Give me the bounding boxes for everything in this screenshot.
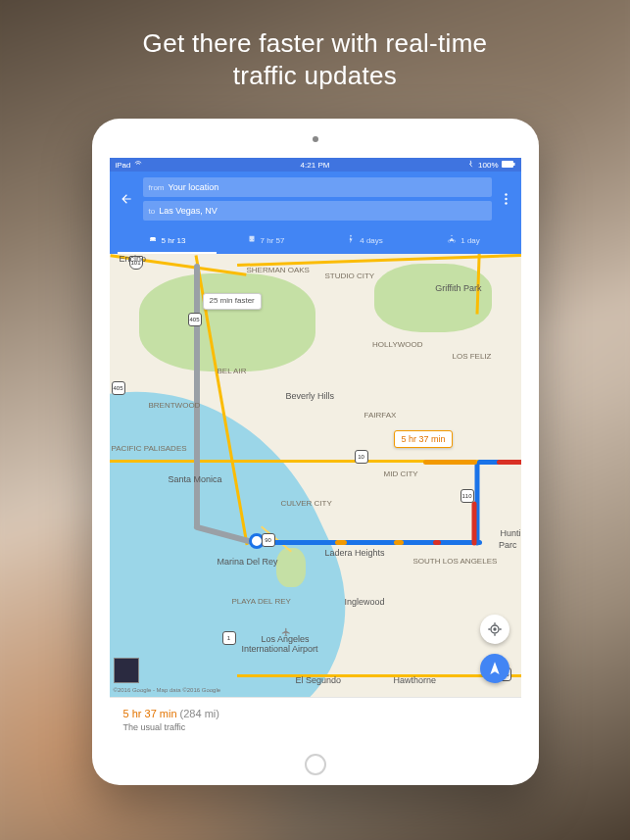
map-attribution: ©2016 Google - Map data ©2016 Google	[114, 687, 221, 693]
label-playa: PLAYA DEL REY	[232, 597, 291, 606]
summary-subtitle: The usual traffic	[123, 722, 508, 732]
tab-walk[interactable]: 4 days	[315, 228, 414, 254]
car-icon	[148, 234, 158, 246]
battery-icon	[467, 160, 475, 170]
label-southla: SOUTH LOS ANGELES	[413, 558, 472, 566]
label-ladera: Ladera Heights	[325, 548, 385, 558]
airport-icon	[281, 623, 291, 641]
back-button[interactable]	[118, 192, 135, 206]
route-main-3b	[423, 460, 477, 465]
from-field[interactable]: from Your location	[143, 177, 492, 197]
route-time-flag[interactable]: 5 hr 37 min	[394, 430, 452, 448]
label-mdr: Marina Del Rey	[218, 558, 257, 567]
headline-line-2: traffic updates	[143, 60, 488, 92]
ipad-frame: iPad 4:21 PM 100%	[92, 119, 539, 785]
bike-icon	[447, 234, 457, 246]
traffic-seg-2	[394, 540, 404, 545]
label-culver: CULVER CITY	[281, 499, 332, 508]
map-canvas[interactable]: 5 hr 37 min 25 min faster 405 405 101 10…	[110, 254, 521, 697]
summary-duration: 5 hr 37 min	[123, 708, 177, 719]
label-losfeliz: LOS FELIZ	[452, 352, 491, 361]
park-area	[139, 273, 315, 371]
traffic-seg-1	[335, 540, 347, 545]
mode-tabs: 5 hr 13 7 hr 57 4 days 1 day	[118, 228, 513, 254]
label-bev: Beverly Hills	[286, 391, 335, 401]
label-belair: BEL AIR	[218, 367, 247, 375]
tab-bike[interactable]: 1 day	[414, 228, 513, 254]
to-value: Las Vegas, NV	[159, 206, 218, 216]
ipad-camera	[313, 136, 318, 142]
svg-point-9	[494, 628, 496, 630]
ipad-home-button[interactable]	[305, 754, 326, 775]
label-palisades: PACIFIC PALISADES	[112, 445, 161, 453]
navigate-button[interactable]	[480, 654, 509, 683]
layers-thumbnail[interactable]	[114, 658, 139, 683]
fwy-105	[237, 674, 521, 677]
label-hunti: Hunti	[500, 528, 520, 538]
label-hollywood: HOLLYWOOD	[372, 340, 422, 349]
shield-405b: 405	[112, 381, 125, 395]
shield-405: 405	[188, 313, 202, 326]
shield-1: 1	[222, 631, 236, 645]
label-elsegundo: El Segundo	[296, 675, 342, 685]
route-alt	[194, 264, 200, 528]
route-summary-card[interactable]: 5 hr 37 min (284 mi) The usual traffic	[110, 697, 521, 746]
svg-rect-0	[502, 161, 513, 168]
label-encino: Encino	[120, 254, 147, 264]
tab-walk-label: 4 days	[360, 236, 383, 245]
label-hawthorne: Hawthorne	[394, 675, 437, 685]
route-alt-flag[interactable]: 25 min faster	[203, 293, 262, 310]
label-culvermid: MID CITY	[384, 469, 418, 478]
shield-90: 90	[262, 533, 275, 547]
to-field[interactable]: to Las Vegas, NV	[143, 201, 492, 221]
label-lax2: International Airport	[242, 644, 318, 654]
battery-bar-icon	[502, 161, 515, 170]
to-prefix: to	[149, 207, 156, 216]
walk-icon	[346, 234, 356, 246]
statusbar-battery: 100%	[478, 161, 498, 170]
traffic-seg-4	[497, 460, 521, 465]
route-main-1	[257, 540, 482, 545]
svg-point-5	[350, 235, 352, 237]
from-value: Your location	[169, 182, 219, 192]
headline-line-1: Get there faster with real-time	[143, 27, 488, 60]
tab-bike-label: 1 day	[460, 236, 480, 245]
statusbar-time: 4:21 PM	[301, 161, 330, 170]
tab-transit-label: 7 hr 57	[261, 236, 285, 245]
park-small	[276, 548, 306, 587]
label-shermanoaks: SHERMAN OAKS	[247, 266, 310, 274]
locate-button[interactable]	[480, 615, 509, 644]
label-brylawn: FAIRFAX	[364, 411, 397, 420]
from-prefix: from	[149, 183, 165, 192]
traffic-seg-3	[433, 540, 441, 545]
wifi-icon	[134, 160, 142, 170]
traffic-seg-5	[471, 502, 476, 546]
label-inglewood: Inglewood	[345, 597, 385, 607]
screen: iPad 4:21 PM 100%	[110, 158, 521, 746]
transit-icon	[247, 234, 257, 246]
svg-point-2	[505, 193, 507, 195]
ocean	[110, 330, 388, 697]
shield-10: 10	[355, 450, 368, 464]
label-sm: Santa Monica	[169, 474, 222, 484]
promo-headline: Get there faster with real-time traffic …	[143, 27, 488, 91]
summary-line-1: 5 hr 37 min (284 mi)	[123, 708, 508, 719]
park-griffith	[374, 264, 492, 332]
svg-point-3	[505, 198, 507, 200]
status-bar: iPad 4:21 PM 100%	[110, 158, 521, 172]
label-studiocity: STUDIO CITY	[325, 272, 375, 280]
label-griffith: Griffith Park	[435, 283, 481, 293]
more-button[interactable]	[500, 193, 513, 205]
tab-drive-label: 5 hr 13	[162, 236, 186, 245]
svg-point-4	[505, 202, 507, 204]
directions-header: from Your location to Las Vegas, NV 5 hr…	[110, 172, 521, 254]
statusbar-device: iPad	[116, 161, 131, 170]
summary-distance: (284 mi)	[180, 708, 219, 719]
label-brentwood: BRENTWOOD	[149, 401, 201, 410]
tab-transit[interactable]: 7 hr 57	[217, 228, 315, 254]
label-parc: Parc	[499, 540, 517, 550]
svg-rect-1	[513, 163, 515, 166]
shield-110: 110	[460, 489, 474, 503]
tab-drive[interactable]: 5 hr 13	[118, 228, 217, 254]
